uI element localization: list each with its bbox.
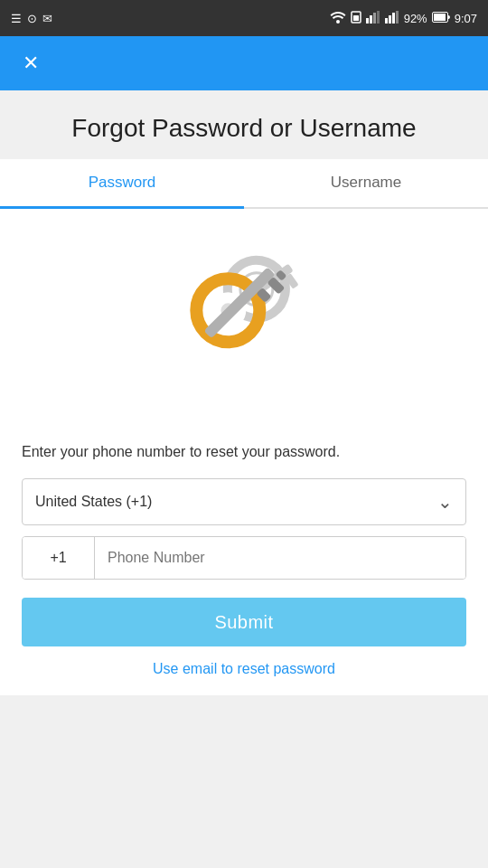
svg-rect-4 <box>370 15 372 24</box>
chevron-down-icon: ⌄ <box>437 491 453 513</box>
tab-username[interactable]: Username <box>244 159 488 209</box>
status-bar-right: 92% 9:07 <box>330 11 477 26</box>
svg-point-0 <box>336 20 340 24</box>
country-dropdown[interactable]: United States (+1) ⌄ <box>22 478 466 525</box>
key-illustration <box>22 236 466 417</box>
status-bar: ☰ ⊙ ✉ <box>0 0 488 36</box>
svg-rect-9 <box>392 13 395 24</box>
title-section: Forgot Password or Username <box>0 90 488 159</box>
app-icon-2: ⊙ <box>27 12 37 25</box>
tabs: Password Username <box>0 159 488 209</box>
close-button[interactable]: ✕ <box>14 47 47 80</box>
phone-input-row: +1 <box>22 536 466 580</box>
app-icon-1: ☰ <box>11 12 22 25</box>
svg-rect-10 <box>396 11 399 24</box>
app-icon-3: ✉ <box>42 12 52 25</box>
tab-password[interactable]: Password <box>0 159 244 209</box>
signal-icon-2 <box>385 11 399 26</box>
svg-rect-3 <box>366 18 369 24</box>
svg-rect-12 <box>434 14 446 21</box>
svg-rect-5 <box>373 13 376 24</box>
battery-level: 92% <box>404 12 427 25</box>
page-title: Forgot Password or Username <box>14 112 474 145</box>
battery-icon <box>432 12 450 25</box>
svg-rect-2 <box>353 15 359 21</box>
time: 9:07 <box>455 12 477 25</box>
status-bar-left: ☰ ⊙ ✉ <box>11 12 52 25</box>
country-label: United States (+1) <box>35 494 152 510</box>
wifi-icon <box>330 11 346 26</box>
signal-icon <box>366 11 380 26</box>
bottom-area <box>0 695 488 786</box>
content-area: Enter your phone number to reset your pa… <box>0 209 488 695</box>
description-text: Enter your phone number to reset your pa… <box>22 444 466 460</box>
svg-rect-6 <box>377 11 380 24</box>
svg-rect-8 <box>389 15 391 24</box>
country-code: +1 <box>23 537 95 579</box>
app-bar: ✕ <box>0 36 488 90</box>
email-reset-link[interactable]: Use email to reset password <box>22 661 466 677</box>
svg-rect-7 <box>385 18 388 24</box>
submit-button[interactable]: Submit <box>22 598 466 646</box>
phone-number-input[interactable] <box>95 537 465 579</box>
sim-icon <box>351 11 361 26</box>
